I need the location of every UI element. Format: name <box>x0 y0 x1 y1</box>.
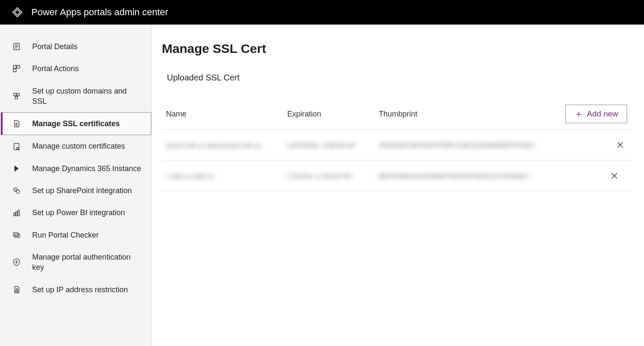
sidebar-item-label: Portal Details <box>32 42 78 52</box>
sidebar-item-label: Set up custom domains and SSL <box>32 86 142 107</box>
svg-rect-9 <box>15 97 18 99</box>
delete-row-button[interactable] <box>608 170 620 182</box>
checker-icon <box>12 230 21 240</box>
cert-table: Name Expiration Thumbprint ＋ Add new por… <box>162 105 631 191</box>
details-icon <box>12 42 21 51</box>
sharepoint-icon: S <box>12 186 21 195</box>
sidebar-item-run-portal-checker[interactable]: Run Portal Checker <box>0 224 151 246</box>
add-new-button[interactable]: ＋ Add new <box>565 105 627 123</box>
sidebar-item-manage-dynamics-365-instance[interactable]: Manage Dynamics 365 Instance <box>0 158 151 180</box>
delete-row-button[interactable] <box>614 139 626 151</box>
sidebar-item-label: Portal Actions <box>32 64 79 74</box>
sidebar-item-label: Manage SSL certificates <box>32 119 120 129</box>
cell-name: portal.mdn-cs.aaaa.portal.mdn-ce <box>166 141 285 149</box>
svg-text:S: S <box>15 188 17 191</box>
svg-rect-8 <box>17 93 19 96</box>
sidebar-item-set-up-sharepoint-integration[interactable]: S Set up SharePoint integration <box>0 180 151 202</box>
page-title: Manage SSL Cert <box>162 42 631 56</box>
app-header: Power Apps portals admin center <box>0 0 644 25</box>
sidebar-item-label: Set up Power BI integration <box>32 208 125 218</box>
sidebar-item-manage-custom-certificates[interactable]: Manage custom certificates <box>0 135 151 157</box>
sidebar-item-set-up-power-bi-integration[interactable]: Set up Power BI integration <box>0 202 151 224</box>
cert-table-header: Name Expiration Thumbprint ＋ Add new <box>162 105 631 130</box>
col-header-thumbprint: Thumbprint <box>379 110 529 119</box>
sidebar-item-label: Manage portal authentication key <box>32 252 142 273</box>
sidebar-item-manage-portal-authentication-key[interactable]: Manage portal authentication key <box>0 246 151 279</box>
cell-name: *.mdn-cs.mdn-ce <box>166 172 285 180</box>
cell-thumbprint: 88FD9588C6192048847F0FC8CF562AC278C64867 <box>379 172 529 180</box>
sidebar-item-portal-actions[interactable]: Portal Actions <box>0 58 151 80</box>
plus-icon: ＋ <box>574 109 583 119</box>
svg-rect-4 <box>14 66 17 69</box>
sidebar-item-label: Set up SharePoint integration <box>32 185 132 196</box>
cell-thumbprint: 43435D8C98F6A2F3F98FC248C204596DBEF6C54E… <box>379 141 535 149</box>
svg-rect-21 <box>18 210 19 216</box>
sidebar-item-label: Run Portal Checker <box>32 230 99 240</box>
sidebar: Portal Details Portal Actions Set up cus… <box>0 25 152 346</box>
app-logo-icon <box>12 7 23 18</box>
svg-rect-20 <box>16 211 17 216</box>
sidebar-item-label: Set up IP address restriction <box>32 285 128 295</box>
sidebar-item-manage-ssl-certificates[interactable]: Manage SSL certificates <box>1 112 151 135</box>
sidebar-item-label: Manage custom certificates <box>32 141 125 151</box>
add-new-label: Add new <box>587 109 618 119</box>
svg-point-17 <box>16 190 19 194</box>
auth-key-icon <box>12 257 21 267</box>
sidebar-item-set-up-ip-address-restriction[interactable]: Set up IP address restriction <box>0 279 151 301</box>
table-row: portal.mdn-cs.aaaa.portal.mdn-ce 10/24/2… <box>162 130 631 161</box>
app-title: Power Apps portals admin center <box>31 7 168 18</box>
powerbi-icon <box>12 208 21 218</box>
col-header-name: Name <box>166 110 285 119</box>
sidebar-item-label: Manage Dynamics 365 Instance <box>32 163 141 174</box>
custom-cert-icon <box>12 142 21 151</box>
table-row: *.mdn-cs.mdn-ce 7/1/2029, 11:59:59 PM 88… <box>162 161 631 191</box>
ssl-cert-icon <box>12 119 21 128</box>
svg-rect-6 <box>14 69 17 72</box>
svg-rect-19 <box>14 213 15 216</box>
cell-expiration: 7/1/2029, 11:59:59 PM <box>287 172 376 180</box>
col-header-expiration: Expiration <box>287 110 376 119</box>
dynamics-icon <box>12 164 21 173</box>
main-content: Manage SSL Cert Uploaded SSL Cert Name E… <box>152 25 644 346</box>
actions-icon <box>12 64 21 73</box>
svg-rect-7 <box>14 93 16 96</box>
sidebar-item-set-up-custom-domains-and-ssl[interactable]: Set up custom domains and SSL <box>0 80 151 113</box>
svg-rect-5 <box>17 66 20 69</box>
svg-point-12 <box>16 124 17 125</box>
cell-expiration: 10/24/2022, 3:08:09 AM <box>287 141 376 149</box>
domains-icon <box>12 91 21 101</box>
ip-restrict-icon <box>12 285 21 294</box>
section-label: Uploaded SSL Cert <box>167 73 631 83</box>
sidebar-item-portal-details[interactable]: Portal Details <box>0 36 151 58</box>
